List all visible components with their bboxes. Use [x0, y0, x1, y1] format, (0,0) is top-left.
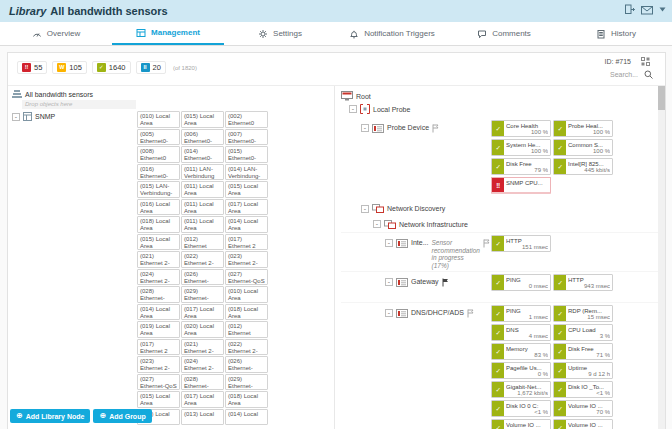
local-probe-label[interactable]: Local Probe [373, 106, 410, 113]
paused-count-badge[interactable]: II20 [136, 61, 166, 74]
tree-node-local-probe[interactable]: - Local Probe [341, 102, 665, 116]
tree-node-root[interactable]: Root [341, 90, 665, 102]
collapse-toggle[interactable]: - [385, 309, 393, 317]
library-sensor-box[interactable]: (016) Ethernet0-WFP 802.3 [137, 164, 180, 181]
root-label[interactable]: Root [356, 93, 371, 100]
flag-icon[interactable] [483, 239, 491, 248]
library-sensor-box[interactable]: (017) Ethernet 2 Traffic [225, 234, 268, 251]
collapse-toggle[interactable]: - [385, 239, 393, 247]
flag-icon[interactable] [467, 309, 475, 318]
probe-device-label[interactable]: Probe Device [387, 124, 429, 131]
sensor-chip[interactable]: ✓ Disk IO _To...<1 % [553, 381, 613, 398]
library-sensor-box[interactable]: (011) LAN-Verbindung [181, 164, 224, 181]
library-sensor-box[interactable]: (023) Ethernet 2-WFP 802.3 [225, 251, 268, 268]
library-sensor-box[interactable]: (028) Ethernet-WFP 802.3 [181, 374, 224, 391]
scrollbar-thumb[interactable] [658, 86, 665, 110]
library-sensor-box[interactable]: (027) Ethernet-QoS Packet [225, 269, 268, 286]
library-sensor-box[interactable]: (010) Local Area [225, 286, 268, 303]
library-sensor-box[interactable]: (015) Local Area [137, 234, 180, 251]
sensor-chip[interactable]: ✓ HTTP151 msec [491, 235, 551, 252]
export-report-icon[interactable] [624, 4, 635, 15]
library-sensor-box[interactable]: (019) Local Area [137, 321, 180, 338]
flag-icon[interactable] [432, 124, 440, 133]
library-sensor-box[interactable]: (020) Local Area [181, 321, 224, 338]
collapse-toggle[interactable]: - [385, 278, 393, 286]
library-sensor-box[interactable]: (028) Ethernet-WFP 802.3 [137, 286, 180, 303]
library-sensor-box[interactable]: (013) Local [181, 409, 224, 426]
sensor-chip[interactable]: ✓ Volume IO ...70 % [491, 419, 551, 429]
library-sensor-box[interactable]: (015) Local Area [137, 391, 180, 408]
library-sensor-box[interactable]: (029) Ethernet-WFP Native [225, 374, 268, 391]
sensor-chip[interactable]: ✓ Uptime9 d 12 h [553, 362, 613, 379]
library-sensor-box[interactable]: (012) Ethernet Traffic [181, 234, 224, 251]
library-sensor-box[interactable]: (027) Ethernet-QoS Packet [137, 374, 180, 391]
error-count-badge[interactable]: !!55 [17, 61, 47, 74]
library-sensor-box[interactable]: (012) Ethernet Traffic [225, 321, 268, 338]
library-sensor-box[interactable]: (015) Local Area [225, 181, 268, 198]
scrollbar-track[interactable] [658, 86, 665, 429]
sensor-chip[interactable]: ✓ Volume IO ...70 % [553, 400, 613, 417]
tree-node-network-discovery[interactable]: - Network Discovery [341, 202, 665, 215]
sensor-chip[interactable]: ✓ PING1 msec [491, 305, 551, 322]
library-sensor-box[interactable]: (014) Local Area [225, 216, 268, 233]
library-root-label[interactable]: All bandwidth sensors [25, 91, 93, 98]
library-sensor-box[interactable]: (015) LAN-Verbindung- [137, 181, 180, 198]
search-icon[interactable] [644, 70, 653, 79]
add-library-node-button[interactable]: ⊕Add Library Node [10, 409, 90, 423]
sensor-chip[interactable]: ✓ HTTP943 msec [553, 274, 613, 291]
sensor-chip[interactable]: ✓ Common S...100 % [553, 139, 613, 156]
email-icon[interactable] [641, 5, 653, 15]
sensor-chip[interactable]: ✓ Disk IO 0 C:<1 % [491, 400, 551, 417]
library-sensor-box[interactable]: (023) Ethernet 2-WFP 802.3 [137, 356, 180, 373]
library-sensor-box[interactable]: (018) Local Area [225, 304, 268, 321]
library-sensor-box[interactable]: (014) Ethernet0-WFP Native [181, 146, 224, 163]
drop-target-hint[interactable]: Drop objects here [22, 100, 136, 109]
qr-grid-icon[interactable] [641, 57, 650, 66]
library-sensor-box[interactable]: (015) Ethernet0-QoS Packet [225, 146, 268, 163]
collapse-toggle[interactable]: - [361, 124, 369, 132]
gateway-label[interactable]: Gateway [411, 278, 439, 285]
network-discovery-label[interactable]: Network Discovery [387, 205, 445, 212]
sensor-chip[interactable]: ✓ CPU Load3 % [553, 324, 613, 341]
sensor-chip[interactable]: ✓ Pagefile Us...0 % [491, 362, 551, 379]
library-sensor-box[interactable]: (006) Ethernet0-QoS Packet [181, 129, 224, 146]
snmp-group-label[interactable]: SNMP [35, 113, 55, 120]
add-group-button[interactable]: ⊕Add Group [93, 409, 151, 423]
library-sensor-box[interactable]: (017) Local Area [181, 391, 224, 408]
library-sensor-box[interactable]: (010) Local Area [137, 111, 180, 128]
tab-overview[interactable]: Overview [0, 22, 112, 45]
library-sensor-box[interactable]: (022) Ethernet 2-QoS Packet [225, 339, 268, 356]
tab-notification-triggers[interactable]: Notification Triggers [336, 22, 448, 45]
ok-count-badge[interactable]: ✓1640 [92, 61, 131, 74]
library-sensor-box[interactable]: (018) Local Area [225, 391, 268, 408]
sensor-chip[interactable]: ✓ Disk Free79 % [491, 158, 551, 175]
library-sensor-box[interactable]: (008) Ethernet0 Traffic [137, 146, 180, 163]
library-sensor-box[interactable]: (021) Ethernet 2-Network [137, 251, 180, 268]
library-sensor-box[interactable]: (024) Ethernet 2-WFP Native [137, 269, 180, 286]
collapse-toggle[interactable]: - [373, 220, 381, 228]
library-sensor-box[interactable]: (011) Local Area [181, 181, 224, 198]
library-sensor-box[interactable]: (015) Local Area [181, 111, 224, 128]
sensor-chip[interactable]: ✓ RDP (Rem...15 msec [553, 305, 613, 322]
sensor-chip[interactable]: ✓ Volume IO ...16 % [553, 419, 613, 429]
sensor-chip[interactable]: ✓ Core Health100 % [491, 120, 551, 137]
collapse-toggle[interactable]: - [349, 105, 357, 113]
library-sensor-box[interactable]: (005) Ethernet0-WFP Native [137, 129, 180, 146]
internet-device-label[interactable]: Inte... [411, 239, 429, 246]
more-caret-icon[interactable] [659, 7, 666, 12]
library-sensor-box[interactable]: (022) Ethernet 2-QoS Packet [181, 251, 224, 268]
tree-node-network-infrastructure[interactable]: - Network Infrastructure [341, 218, 665, 230]
sensor-chip[interactable]: ✓ System He...100 % [491, 139, 551, 156]
library-sensor-box[interactable]: (002) Ethernet0 Traffic [225, 111, 268, 128]
network-infrastructure-label[interactable]: Network Infrastructure [399, 221, 468, 228]
library-sensor-box[interactable]: (014) LAN-Verbindung-QoS [225, 164, 268, 181]
library-sensor-box[interactable]: (026) Ethernet-Network [181, 269, 224, 286]
library-sensor-box[interactable]: (029) Ethernet-WFP Native [181, 286, 224, 303]
library-sensor-box[interactable]: (014) Local [225, 409, 268, 426]
sensor-chip[interactable]: ✓ Gigabit-Net...1,672 kbit/s [491, 381, 551, 398]
library-sensor-box[interactable]: (017) Ethernet 2 Traffic [137, 339, 180, 356]
library-sensor-box[interactable]: (016) Local Area [137, 199, 180, 216]
sensor-chip[interactable]: ✓ Memory83 % [491, 343, 551, 360]
sensor-chip[interactable]: !! SNMP CPU... [491, 177, 551, 194]
library-sensor-box[interactable]: (011) Local Area [181, 216, 224, 233]
